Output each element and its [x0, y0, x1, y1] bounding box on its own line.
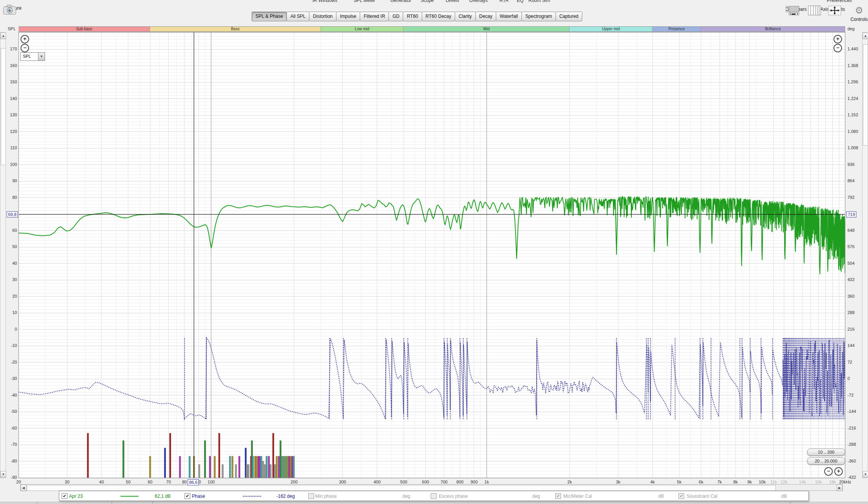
right-scrollbar-thumb[interactable] [863, 44, 868, 146]
x-axis-tick: 8k [733, 480, 738, 484]
x-axis-tick: 100 [208, 480, 215, 484]
x-axis-tick: 70 [166, 480, 171, 484]
measurement-label: Apr 23 [69, 494, 83, 499]
spl-cursor-value: 62,1 dB [155, 494, 171, 499]
soundcard-cal-unit: dB [781, 494, 787, 499]
scroll-right-icon[interactable]: ▶ [837, 485, 842, 491]
cursor-freq-readout: 86,6 [188, 479, 199, 485]
horizontal-scrollbar[interactable]: ◀ ▶ [20, 484, 843, 491]
x-axis-tick: 200 [290, 480, 297, 484]
left-scrollbar-thumb[interactable] [1, 48, 6, 165]
min-phase-unit: deg [402, 494, 410, 499]
scroll-up-icon[interactable]: ▲ [863, 33, 868, 39]
scroll-left-icon[interactable]: ◀ [21, 485, 26, 491]
x-axis-tick: 18k [829, 480, 836, 484]
soundcard-cal-label: Soundcard Cal [687, 494, 717, 499]
min-phase-checkbox[interactable] [308, 493, 314, 499]
status-divider [790, 501, 790, 504]
cursor-deg-readout: 719 [846, 211, 856, 217]
x-axis-tick: 6k [699, 480, 704, 484]
x-axis-tick: 20kHz [839, 480, 851, 484]
status-divider [37, 501, 37, 504]
x-axis-tick: 600 [422, 480, 429, 484]
excess-phase-checkbox[interactable] [431, 493, 437, 499]
vertical-axis-selector[interactable]: SPL ▼ [20, 52, 45, 61]
mic-meter-cal-label: Mic/Meter Cal [563, 494, 592, 499]
rew-window: IR Windows SPL Meter Generator Scope Lev… [0, 0, 868, 504]
right-vertical-scrollbar[interactable]: ▲ ▼ [862, 32, 868, 478]
x-axis-tick: 3k [616, 480, 621, 484]
x-axis-tick: 20 [16, 480, 21, 484]
x-axis-tick: 500 [400, 480, 407, 484]
trace-legend: ✔ Apr 23 62,1 dB ✔ Phase -162 deg Min ph… [59, 491, 809, 501]
y-zoom-out-button-right[interactable]: − [833, 44, 842, 52]
phase-label: Phase [192, 494, 205, 499]
x-axis-tick: 9k [747, 480, 752, 484]
x-axis-tick: 1k [485, 480, 489, 484]
x-axis-tick: 30 [65, 480, 69, 484]
y-zoom-in-button-left[interactable]: + [21, 35, 29, 43]
min-phase-label: Min phase [315, 494, 337, 499]
vertical-axis-selector-value: SPL [23, 54, 31, 59]
x-axis-tick: 16k [815, 480, 822, 484]
x-axis-tick: 40 [99, 480, 104, 484]
spl-trace-sample [121, 496, 138, 497]
x-axis-tick: 14k [799, 480, 806, 484]
x-axis-tick: 900 [471, 480, 478, 484]
measurement-visible-checkbox[interactable]: ✔ [62, 493, 67, 499]
x-axis-tick: 80 [182, 480, 187, 484]
phase-visible-checkbox[interactable]: ✔ [185, 493, 190, 499]
status-bar [0, 501, 868, 504]
x-axis-tick: 11k [770, 480, 777, 484]
status-divider [152, 501, 153, 504]
cursor-spl-readout: 69,8 [7, 211, 18, 217]
mic-meter-cal-checkbox[interactable]: ✔ [555, 493, 561, 499]
status-divider [112, 501, 112, 504]
phase-trace-sample [243, 496, 261, 497]
x-axis-tick: 700 [440, 480, 447, 484]
x-axis-tick: 2k [568, 480, 572, 484]
x-axis-tick: 300 [339, 480, 346, 484]
soundcard-cal-checkbox[interactable]: ✔ [678, 493, 684, 499]
x-axis-tick: 5k [677, 480, 682, 484]
left-vertical-scrollbar[interactable]: ▲ ▼ [0, 32, 6, 478]
range-20-20000-button[interactable]: 20 .. 20.000 [807, 457, 845, 465]
x-zoom-in-button[interactable]: + [834, 467, 843, 476]
x-axis-tick: 4k [650, 480, 655, 484]
phase-cursor-value: -162 deg [276, 494, 295, 499]
scroll-up-icon[interactable]: ▲ [0, 33, 6, 39]
x-axis-tick: 12k [780, 480, 787, 484]
x-axis-tick: 7k [717, 480, 722, 484]
x-axis-tick: 10k [759, 480, 766, 484]
excess-phase-unit: deg [532, 494, 540, 499]
range-10-200-button[interactable]: 10 .. 200 [807, 449, 845, 456]
y-zoom-in-button-right[interactable]: + [833, 35, 842, 43]
scroll-down-icon[interactable]: ▼ [863, 471, 868, 478]
horizontal-scrollbar-thumb[interactable] [27, 485, 776, 491]
x-axis-tick: 50 [126, 480, 131, 484]
x-axis-tick: 400 [373, 480, 380, 484]
x-axis-tick: 800 [456, 480, 463, 484]
chevron-down-icon[interactable]: ▼ [38, 53, 45, 60]
y-zoom-out-button-left[interactable]: − [21, 44, 29, 52]
x-zoom-out-button[interactable]: − [824, 467, 833, 476]
plot-area[interactable] [0, 0, 868, 504]
scroll-down-icon[interactable]: ▼ [0, 471, 6, 478]
x-axis-tick: 60 [148, 480, 152, 484]
excess-phase-label: Excess phase [439, 494, 468, 499]
mic-meter-cal-unit: dB [658, 494, 664, 499]
